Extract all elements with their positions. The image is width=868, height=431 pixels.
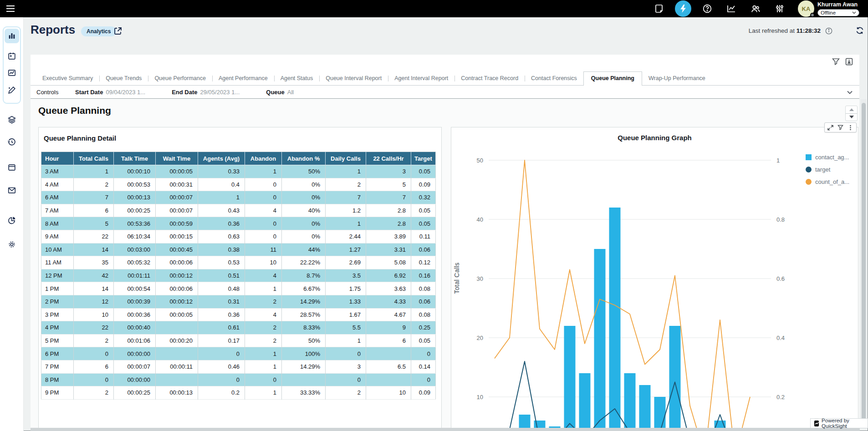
table-cell: 1.67 [326,308,366,321]
scroll-up-button[interactable] [846,106,857,114]
table-cell: 1 [245,165,282,178]
tab-agent-status[interactable]: Agent Status [274,72,320,85]
tab-queue-interval-report[interactable]: Queue Interval Report [319,72,388,85]
control-start-date[interactable]: Start Date09/04/2023 1... [75,89,145,96]
tab-contact-forensics[interactable]: Contact Forensics [525,72,583,85]
powered-by-quicksight-badge: Powered by QuickSight [810,418,868,428]
quick-actions-button[interactable] [675,0,691,17]
table-cell: 6 [366,334,411,347]
svg-text:0.8: 0.8 [776,216,785,223]
sidebar-item-mail[interactable] [5,183,19,198]
sidebar-item-design[interactable] [5,83,19,97]
sidebar-item-insights[interactable] [5,213,19,228]
table-cell: 0% [282,230,326,243]
legend-label: contact_ag... [815,154,849,161]
queue-planning-graph-card: Queue Planning Graph 100.2200.4300.6400.… [451,127,858,428]
tab-agent-performance[interactable]: Agent Performance [212,72,274,85]
paint-brush-icon [7,86,16,95]
hamburger-menu-icon[interactable] [5,4,15,14]
legend-item-count-of-a[interactable]: count_of_a... [806,178,849,185]
metrics-icon[interactable] [726,4,736,14]
sliders-icon[interactable] [775,4,785,14]
svg-text:0.6: 0.6 [776,275,785,282]
avatar[interactable]: KA [798,0,814,17]
horizontal-scrollbar[interactable] [31,428,860,431]
legend-item-contact-ag[interactable]: contact_ag... [806,154,849,161]
table-cell: 00:00:07 [156,204,198,217]
table-cell: 0.06 [411,295,436,308]
vertical-scrollbar-thumb[interactable] [862,103,866,426]
tab-agent-interval-report[interactable]: Agent Interval Report [388,72,454,85]
table-title: Queue Planning Detail [44,134,116,142]
table-row: 5 PM200:01:0600:00:200.17250%160.05 [41,334,436,347]
scroll-down-button[interactable] [846,114,857,121]
column-header-22-calls-hr: 22 Calls/Hr [366,152,411,165]
tab-queue-planning[interactable]: Queue Planning [583,71,642,86]
legend-swatch [806,179,812,185]
table-cell: 14 [74,243,114,256]
vertical-scrollbar[interactable] [861,99,867,428]
table-cell: 14.29% [282,295,326,308]
tab-wrap-up-performance[interactable]: Wrap-Up Performance [642,72,712,85]
sidebar-item-settings[interactable] [5,237,19,252]
status-dropdown[interactable]: Offline [817,9,859,16]
table-cell: 0.11 [411,230,436,243]
table-cell: 0.12 [411,256,436,269]
controls-collapse-chevron-icon[interactable] [847,89,853,96]
table-cell: 50% [282,334,326,347]
refresh-icon[interactable] [855,26,864,35]
table-cell: 0% [282,191,326,204]
table-cell: 1 [326,217,366,230]
table-cell: 00:00:59 [156,217,198,230]
table-cell: 12 PM [41,269,74,282]
user-name: Khurram Awan [817,1,859,8]
sidebar-item-calendar[interactable] [5,49,19,63]
svg-text:0.2: 0.2 [776,394,785,401]
table-cell: 0% [282,178,326,191]
sidebar-item-reports[interactable] [5,29,19,43]
table-row: 11 AM3500:05:3200:00:060.531022.22%2.695… [41,256,436,269]
topbar-icon-group [654,0,785,17]
table-cell: 00:00:00 [114,347,156,360]
filter-icon[interactable] [832,58,840,66]
table-cell: 1.33 [326,295,366,308]
table-cell: 00:01:06 [114,334,156,347]
table-row: 1 PM1400:00:5400:00:060.4816.67%1.753.63… [41,282,436,295]
table-cell: 00:00:05 [156,165,198,178]
table-row: 3 PM1000:00:3600:00:050.36428.57%1.674.6… [41,308,436,321]
users-icon[interactable] [751,4,761,14]
help-icon[interactable] [702,4,712,14]
tab-queue-performance[interactable]: Queue Performance [148,72,212,85]
sidebar-item-layers[interactable] [5,112,19,127]
tab-executive-summary[interactable]: Executive Summary [36,72,99,85]
table-row: 6 PM000:00:0001100%00 [41,347,436,360]
svg-text:10: 10 [477,394,483,401]
table-cell: 00:00:12 [156,269,198,282]
table-cell: 0.16 [411,269,436,282]
open-in-new-icon[interactable] [113,26,123,35]
sidebar-item-history[interactable] [5,135,19,149]
table-cell: 22 [74,230,114,243]
control-end-date[interactable]: End Date29/05/2023 1... [172,89,240,96]
table-cell: 3 [366,165,411,178]
table-cell: 00:00:07 [156,191,198,204]
table-cell: 0.32 [411,191,436,204]
table-cell: 00:00:39 [114,295,156,308]
sidebar-item-window[interactable] [5,160,19,175]
tab-queue-trends[interactable]: Queue Trends [99,72,148,85]
table-cell: 0 [411,347,436,360]
table-cell: 0 [74,373,114,386]
table-cell: 2 [245,321,282,335]
table-cell: 6 AM [41,191,74,204]
control-queue[interactable]: QueueAll [266,89,294,96]
table-row: 8 AM500:53:3600:00:590.3600%12.80.05 [41,217,436,230]
note-icon[interactable] [654,4,664,14]
legend-swatch [806,167,812,172]
window-icon [7,163,16,172]
sidebar-item-trends[interactable] [5,66,19,80]
legend-item-target[interactable]: target [806,166,849,173]
table-cell: 2.69 [326,256,366,269]
export-icon[interactable] [845,58,853,66]
tab-contract-trace-record[interactable]: Contract Trace Record [454,72,525,85]
info-icon[interactable] [825,27,832,35]
